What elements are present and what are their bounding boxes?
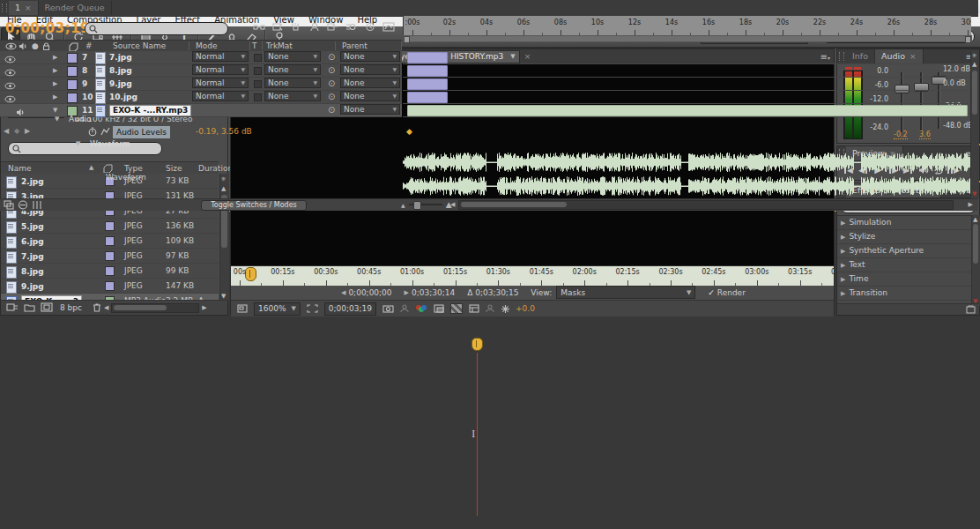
label-swatch[interactable]: [105, 266, 115, 276]
audio-levels-value[interactable]: -0.19, 3.56 dB: [196, 125, 252, 138]
parent-pickwhip-icon[interactable]: ⊙: [328, 51, 335, 63]
expand-closed-icon[interactable]: ▶: [53, 64, 57, 77]
audio-level-left-value[interactable]: -0.2: [894, 130, 908, 139]
in-point-value[interactable]: 0;00;00;00: [348, 288, 391, 297]
audio-group-row[interactable]: ▼ Audio: [0, 113, 402, 125]
parent-pickwhip-icon[interactable]: ⊙: [328, 64, 335, 77]
always-preview-icon[interactable]: [237, 304, 248, 313]
transparency-grid-icon[interactable]: [450, 303, 463, 314]
trkmat-toggle[interactable]: [254, 67, 262, 75]
layer-color-swatch[interactable]: [67, 79, 78, 90]
scroll-down-icon[interactable]: ▼: [221, 293, 226, 300]
timeline-track-row[interactable]: [403, 104, 970, 117]
trkmat-dropdown[interactable]: None▼: [264, 91, 321, 101]
zoom-out-mountain-icon[interactable]: ▲: [401, 202, 405, 208]
effects-category[interactable]: ▶Simulation: [837, 216, 971, 230]
timeline-track-row[interactable]: [403, 78, 970, 91]
layer-color-swatch[interactable]: [67, 93, 78, 103]
timeline-search-input[interactable]: [85, 22, 228, 35]
close-icon[interactable]: ×: [25, 1, 32, 15]
scroll-right-icon[interactable]: ▶: [969, 201, 973, 208]
timeline-vertical-scrollbar[interactable]: ⎈ ▲ ▼: [970, 51, 979, 198]
audio-levels-property[interactable]: Audio Levels: [113, 126, 170, 138]
tab-render-queue[interactable]: Render Queue: [39, 1, 112, 15]
add-keyframe-icon[interactable]: ◆: [14, 125, 23, 138]
scroll-up-icon[interactable]: ▲: [973, 216, 977, 223]
column-size[interactable]: Size: [166, 164, 182, 173]
new-preset-icon[interactable]: [966, 305, 976, 314]
expand-closed-icon[interactable]: ▶: [53, 91, 57, 103]
work-area-end-handle[interactable]: [965, 36, 971, 43]
column-mode[interactable]: Mode: [196, 41, 218, 50]
column-duration[interactable]: Duration: [198, 164, 233, 173]
interpret-footage-icon[interactable]: [6, 302, 19, 314]
image-layer-bar[interactable]: [407, 52, 448, 63]
effects-category[interactable]: ▶Transition: [837, 287, 971, 301]
playhead-line[interactable]: [477, 353, 478, 516]
label-swatch[interactable]: [105, 221, 115, 231]
motion-blur-icon[interactable]: [343, 20, 360, 34]
scroll-down-icon[interactable]: ▼: [972, 190, 976, 197]
timeline-button-icon[interactable]: [469, 304, 479, 313]
project-bit-depth[interactable]: 8 bpc: [60, 303, 82, 312]
trkmat-dropdown[interactable]: None▼: [264, 51, 321, 62]
expand-open-icon[interactable]: ▼: [55, 113, 59, 125]
mode-dropdown[interactable]: Normal▼: [192, 91, 249, 101]
scrollbar-thumb[interactable]: [114, 305, 167, 310]
effects-category[interactable]: ▶Time: [837, 272, 971, 287]
column-number[interactable]: #: [85, 41, 93, 50]
scroll-left-icon[interactable]: ◀: [104, 304, 108, 311]
parent-dropdown[interactable]: None▼: [340, 91, 400, 101]
audio-level-right-value[interactable]: 3.6: [919, 130, 931, 139]
effects-category[interactable]: ▶Synthetic Aperture: [837, 244, 971, 258]
label-column-icon[interactable]: [69, 42, 78, 51]
zoom-slider-knob[interactable]: [413, 201, 421, 210]
exposure-icon[interactable]: [501, 304, 510, 314]
audio-column-icon[interactable]: [19, 42, 28, 50]
composition-flowchart-icon[interactable]: [250, 20, 267, 34]
show-channel-icon[interactable]: [415, 304, 427, 313]
out-point-value[interactable]: 0;03;30;14: [412, 288, 455, 297]
scrollbar-thumb[interactable]: [461, 202, 567, 207]
column-source-name[interactable]: Source Name: [113, 41, 166, 50]
timeline-timecode[interactable]: 0;00;03;19: [5, 20, 90, 36]
live-update-icon[interactable]: [269, 20, 286, 34]
magnification-dropdown[interactable]: 1600% ▼: [254, 302, 301, 316]
project-file-row[interactable]: 8.jpgJPEG99 KB: [1, 264, 219, 279]
toggle-switches-modes-button[interactable]: Toggle Switches / Modes: [201, 200, 307, 211]
timeline-track-row[interactable]: [403, 51, 970, 64]
auto-keyframe-icon[interactable]: [361, 20, 378, 34]
column-name[interactable]: Name: [8, 164, 32, 173]
timeline-ruler[interactable]: :00s02s04s06s08s10s12s14s16s18s20s22s24s…: [403, 16, 971, 35]
effects-category[interactable]: ▶Stylize: [837, 230, 971, 244]
graph-editor-icon[interactable]: [380, 20, 397, 34]
mode-dropdown[interactable]: Normal▼: [192, 51, 249, 62]
image-layer-bar[interactable]: [407, 65, 448, 77]
project-file-row[interactable]: 7.jpgJPEG97 KB: [1, 249, 219, 264]
scrollbar-thumb[interactable]: [973, 224, 978, 264]
image-layer-bar[interactable]: [407, 92, 448, 103]
label-swatch[interactable]: [105, 251, 115, 261]
parent-dropdown[interactable]: None▼: [340, 78, 400, 88]
brainstorm-icon[interactable]: [287, 20, 304, 34]
waveform-group-row[interactable]: ▼ Waveform: [0, 138, 402, 150]
scroll-up-icon[interactable]: ▲: [972, 61, 976, 68]
scrollbar-thumb[interactable]: [972, 71, 977, 115]
timeline-layer-row[interactable]: ▶77.jpgNormal▼None▼⊙None▼: [0, 51, 402, 64]
timeline-horizontal-scrollbar[interactable]: [458, 200, 954, 210]
label-swatch[interactable]: [105, 281, 115, 291]
column-t[interactable]: T: [252, 41, 257, 50]
view-dropdown[interactable]: Masks ▼: [556, 286, 695, 299]
image-layer-bar[interactable]: [407, 78, 448, 90]
label-swatch[interactable]: [105, 236, 115, 246]
expand-closed-icon[interactable]: ▶: [53, 51, 57, 63]
expand-closed-icon[interactable]: ▶: [53, 78, 57, 90]
region-of-interest-icon[interactable]: [307, 304, 318, 313]
tab-timeline-comp[interactable]: 1 ×: [9, 1, 39, 15]
solo-column-icon[interactable]: ●: [32, 41, 39, 50]
trkmat-dropdown[interactable]: None▼: [264, 64, 321, 75]
snapshot-icon[interactable]: [382, 304, 394, 313]
audio-layer-bar[interactable]: [407, 105, 968, 116]
layer-color-swatch[interactable]: [67, 53, 78, 63]
project-vertical-scrollbar[interactable]: ⎈ ▲ ▼: [219, 174, 229, 301]
